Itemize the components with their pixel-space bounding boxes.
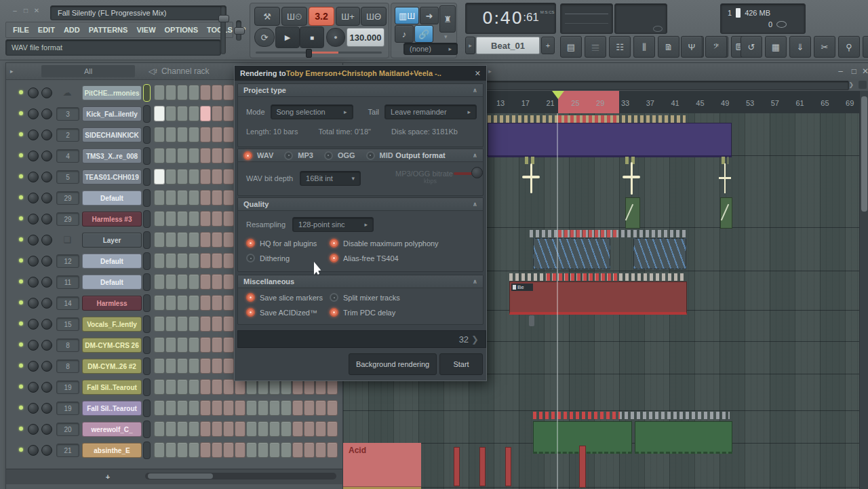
layer-icon[interactable]: ❏ bbox=[56, 233, 78, 246]
recording-precount-display[interactable]: 3.2 bbox=[309, 7, 334, 26]
channel-enable-led[interactable] bbox=[19, 216, 23, 220]
step-button[interactable] bbox=[212, 337, 222, 353]
channel-pan-knob[interactable] bbox=[28, 424, 39, 435]
piano-roll-button[interactable]: 𝄙 bbox=[585, 36, 606, 58]
option-hq-for-all-plugins[interactable]: HQ for all plugins bbox=[246, 239, 330, 248]
channel-button[interactable]: werewolf_C_ bbox=[82, 422, 142, 437]
repeat-button[interactable]: ⟳ bbox=[254, 28, 275, 47]
acid-clip[interactable] bbox=[454, 447, 460, 486]
step-button[interactable] bbox=[200, 379, 211, 395]
track-label-acid[interactable]: Acid bbox=[343, 443, 421, 487]
channel-target-slider[interactable] bbox=[143, 126, 151, 144]
wait-for-input-button[interactable]: Ш⏲ bbox=[281, 7, 307, 26]
step-button[interactable] bbox=[327, 379, 338, 395]
minimize-icon[interactable]: – bbox=[838, 66, 843, 76]
audio-clip-small[interactable] bbox=[625, 197, 640, 229]
channel-number[interactable]: 11 bbox=[56, 275, 79, 289]
step-button[interactable] bbox=[281, 379, 292, 395]
render-dialog-titlebar[interactable]: Rendering to Toby Emerson+Christoph Mait… bbox=[235, 66, 486, 81]
play-button[interactable]: ▶ bbox=[275, 26, 300, 48]
step-button[interactable] bbox=[212, 442, 222, 458]
channel-number[interactable]: 3 bbox=[56, 107, 79, 121]
step-button[interactable] bbox=[223, 211, 234, 227]
time-display-panel[interactable]: 0:40 : 61 M:S:CS bbox=[465, 3, 556, 34]
step-button[interactable] bbox=[200, 337, 211, 353]
step-button[interactable] bbox=[177, 316, 188, 332]
channel-number[interactable]: 21 bbox=[56, 444, 79, 457]
step-button[interactable] bbox=[281, 442, 292, 458]
step-button[interactable] bbox=[189, 127, 199, 142]
step-button[interactable] bbox=[212, 358, 222, 374]
channel-pan-knob[interactable] bbox=[28, 151, 39, 161]
step-button[interactable] bbox=[154, 232, 165, 248]
step-button[interactable] bbox=[235, 400, 245, 416]
channel-button[interactable]: Fall Sil..Tearout bbox=[82, 380, 142, 395]
channel-volume-knob[interactable] bbox=[41, 87, 52, 98]
step-button[interactable] bbox=[165, 421, 176, 437]
step-button[interactable] bbox=[212, 253, 222, 269]
option-save-acidized-[interactable]: Save ACIDized™ bbox=[246, 308, 330, 317]
step-button[interactable] bbox=[200, 274, 211, 290]
master-volume-slider[interactable] bbox=[220, 5, 226, 54]
step-button[interactable] bbox=[154, 421, 165, 437]
song-position-slider[interactable] bbox=[256, 52, 382, 54]
option-split-mixer-tracks[interactable]: Split mixer tracks bbox=[330, 293, 477, 302]
step-button[interactable] bbox=[165, 379, 176, 395]
step-button[interactable] bbox=[177, 253, 188, 269]
menu-chevron-icon[interactable]: ▸ bbox=[488, 68, 492, 75]
step-button[interactable] bbox=[212, 211, 222, 227]
step-button[interactable] bbox=[189, 274, 199, 290]
step-button[interactable] bbox=[223, 232, 234, 248]
step-button[interactable] bbox=[212, 274, 222, 290]
channel-volume-knob[interactable] bbox=[41, 340, 52, 351]
step-button[interactable] bbox=[223, 253, 234, 269]
step-button[interactable] bbox=[189, 232, 199, 248]
step-button[interactable] bbox=[177, 421, 188, 437]
step-button[interactable] bbox=[292, 400, 303, 416]
step-button[interactable] bbox=[200, 106, 211, 121]
step-button[interactable] bbox=[200, 232, 211, 248]
step-button[interactable] bbox=[165, 169, 176, 184]
step-button[interactable] bbox=[223, 274, 234, 290]
step-button[interactable] bbox=[177, 295, 188, 311]
step-edit-button[interactable]: ▥Ш bbox=[395, 7, 419, 24]
link-button[interactable]: 🔗 bbox=[414, 25, 433, 43]
tail-select[interactable]: Leave remainder▸ bbox=[384, 104, 477, 119]
channel-filter-select[interactable]: All bbox=[41, 65, 135, 77]
step-button[interactable] bbox=[177, 274, 188, 290]
step-button[interactable] bbox=[223, 316, 234, 332]
save-button[interactable]: ▦ bbox=[765, 36, 787, 58]
chevron-down-icon[interactable]: ▾ bbox=[444, 33, 448, 40]
channel-button[interactable]: absinthe_E bbox=[82, 443, 142, 458]
step-button[interactable] bbox=[200, 316, 211, 332]
step-button[interactable] bbox=[200, 358, 211, 374]
channel-pan-knob[interactable] bbox=[28, 382, 39, 393]
channel-enable-led[interactable] bbox=[19, 427, 23, 431]
step-button[interactable] bbox=[154, 358, 165, 374]
step-button[interactable] bbox=[223, 106, 234, 121]
step-button[interactable] bbox=[292, 379, 303, 395]
menu-item-view[interactable]: VIEW bbox=[136, 26, 155, 34]
step-button[interactable] bbox=[177, 148, 188, 163]
channel-volume-knob[interactable] bbox=[41, 235, 52, 246]
step-button[interactable] bbox=[315, 421, 326, 437]
overdub-button[interactable]: ➜ bbox=[420, 7, 439, 24]
step-button[interactable] bbox=[246, 421, 257, 437]
channel-target-slider[interactable] bbox=[143, 378, 151, 396]
step-button[interactable] bbox=[189, 442, 199, 458]
channel-pan-knob[interactable] bbox=[28, 109, 39, 119]
step-button[interactable] bbox=[189, 190, 199, 206]
acid-clip[interactable] bbox=[479, 447, 486, 486]
step-button[interactable] bbox=[327, 421, 338, 437]
channel-volume-knob[interactable] bbox=[41, 214, 52, 224]
step-button[interactable] bbox=[200, 400, 211, 416]
option-mp3[interactable]: MP3 bbox=[284, 151, 313, 160]
acid-clip[interactable] bbox=[505, 447, 511, 486]
channel-pan-knob[interactable] bbox=[28, 361, 39, 372]
acid-clip[interactable] bbox=[579, 446, 586, 488]
step-button[interactable] bbox=[177, 169, 188, 184]
channel-enable-led[interactable] bbox=[19, 279, 23, 283]
step-button[interactable] bbox=[212, 295, 222, 311]
channel-target-slider[interactable] bbox=[143, 357, 151, 375]
channel-number[interactable]: 12 bbox=[56, 254, 79, 268]
